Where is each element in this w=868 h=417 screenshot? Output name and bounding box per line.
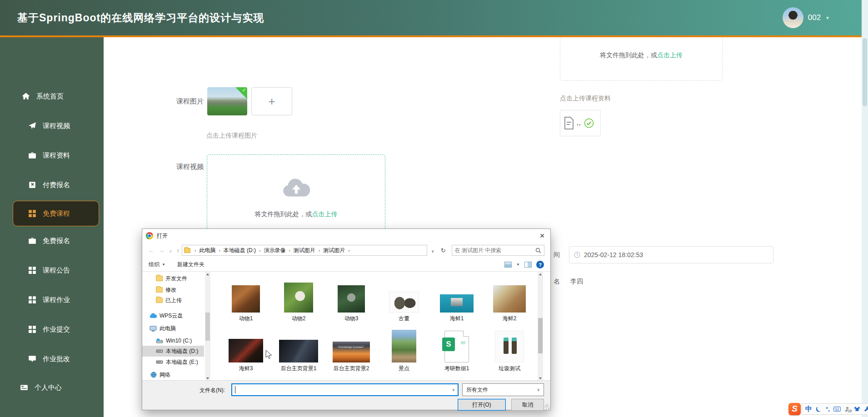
wrench-icon[interactable] bbox=[864, 406, 868, 412]
sidebar-item-free-course[interactable]: 免费课程 bbox=[28, 204, 70, 223]
sidebar-item-home[interactable]: 系统首页 bbox=[22, 87, 64, 105]
material-upload-link[interactable]: 点击上传 bbox=[657, 51, 683, 59]
search-input[interactable]: 在 测试图片 中搜索 bbox=[452, 245, 544, 256]
tree-scrollbar[interactable] bbox=[205, 272, 210, 381]
sidebar-item-course-notice[interactable]: 课程公告 bbox=[28, 261, 70, 279]
file-thumbnail bbox=[493, 285, 526, 313]
page-scrollbar[interactable] bbox=[862, 0, 868, 417]
file-item[interactable]: S 考研数据1 bbox=[431, 325, 482, 372]
sidebar-item-free-enroll[interactable]: 免费报名 bbox=[28, 232, 70, 250]
briefcase-icon bbox=[28, 237, 36, 245]
moon-icon[interactable] bbox=[816, 406, 822, 412]
file-item[interactable]: Knowledge is power 后台主页背景2 bbox=[326, 325, 377, 372]
datetime-input[interactable]: 2025-02-12 18:02:53 bbox=[569, 246, 773, 263]
file-item[interactable]: 动物1 bbox=[220, 277, 271, 323]
tree-item[interactable]: 本地磁盘 (E:) bbox=[142, 357, 204, 367]
chevron-separator-icon bbox=[347, 248, 351, 253]
home-icon bbox=[22, 92, 30, 100]
sidebar-item-homework-submit[interactable]: 作业提交 bbox=[28, 320, 70, 338]
breadcrumb-item[interactable]: 测试图片 bbox=[293, 247, 316, 254]
back-icon[interactable] bbox=[146, 247, 156, 254]
view-mode-icon[interactable] bbox=[504, 262, 512, 268]
scroll-up-icon[interactable] bbox=[205, 272, 210, 277]
sidebar-item-homework-review[interactable]: 作业批改 bbox=[28, 350, 70, 368]
new-folder-button[interactable]: 新建文件夹 bbox=[177, 261, 205, 268]
cancel-button[interactable]: 取消 bbox=[511, 399, 544, 411]
tree-item[interactable]: 修改 bbox=[142, 284, 204, 295]
filename-dropdown-icon[interactable] bbox=[452, 387, 455, 392]
uploaded-file-chip[interactable]: .. bbox=[560, 110, 601, 136]
file-item[interactable]: 动物2 bbox=[273, 277, 324, 323]
tshirt-icon[interactable] bbox=[854, 406, 860, 412]
keyboard-icon[interactable] bbox=[833, 407, 841, 412]
tree-item[interactable]: 此电脑 bbox=[142, 323, 204, 334]
close-icon[interactable] bbox=[534, 229, 550, 243]
preview-pane-icon[interactable] bbox=[524, 262, 532, 268]
breadcrumb-item[interactable]: 测试图片 bbox=[322, 247, 346, 254]
tree-item[interactable]: Win10 (C:) bbox=[142, 335, 204, 346]
name-label-partial: 名 bbox=[554, 278, 560, 286]
forward-icon[interactable] bbox=[156, 247, 167, 254]
course-image-thumbnail[interactable]: ✓ bbox=[207, 87, 247, 115]
view-mode-chevron-icon[interactable] bbox=[516, 263, 520, 267]
sidebar-item-course-homework[interactable]: 课程作业 bbox=[28, 291, 70, 309]
resize-grip[interactable] bbox=[545, 404, 549, 409]
file-item[interactable]: 垃圾测试 bbox=[484, 325, 535, 372]
avatar[interactable] bbox=[783, 7, 803, 28]
file-item[interactable]: 后台主页背景1 bbox=[273, 325, 324, 372]
sidebar-item-paid-enroll[interactable]: 付费报名 bbox=[28, 176, 70, 194]
chevron-down-icon[interactable]: ▼ bbox=[825, 15, 830, 20]
file-item[interactable]: 景点 bbox=[379, 325, 429, 372]
video-upload-link[interactable]: 点击上传 bbox=[312, 210, 338, 218]
dialog-titlebar[interactable]: 打开 bbox=[142, 229, 550, 243]
file-thumbnail bbox=[279, 340, 318, 362]
sidebar-item-label: 课程资料 bbox=[43, 151, 70, 160]
breadcrumb-item[interactable]: 演示录像 bbox=[263, 247, 286, 254]
refresh-icon[interactable] bbox=[439, 247, 448, 254]
add-image-button[interactable]: + bbox=[251, 87, 292, 115]
chevron-separator-icon bbox=[258, 248, 262, 253]
sidebar-item-profile[interactable]: 个人中心 bbox=[20, 378, 62, 397]
file-thumbnail bbox=[229, 339, 263, 362]
filetype-select[interactable]: 所有文件 bbox=[462, 383, 544, 396]
tree-item[interactable]: 网络 bbox=[142, 369, 204, 380]
file-item[interactable]: 古董 bbox=[379, 277, 429, 323]
address-dropdown-icon[interactable] bbox=[429, 247, 437, 254]
up-icon[interactable] bbox=[175, 247, 182, 254]
file-item[interactable]: 海鲜2 bbox=[484, 277, 535, 323]
cloud-icon bbox=[150, 313, 157, 318]
tree-scrollbar-thumb[interactable] bbox=[205, 313, 210, 341]
organize-menu[interactable]: 组织 bbox=[149, 261, 165, 268]
breadcrumb[interactable]: 此电脑 本地磁盘 (D:) 演示录像 测试图片 测试图片 bbox=[182, 245, 427, 256]
scroll-up-icon[interactable] bbox=[538, 272, 543, 277]
network-icon bbox=[150, 372, 157, 378]
ime-language-indicator[interactable]: 中 bbox=[805, 405, 812, 413]
breadcrumb-item[interactable]: 本地磁盘 (D:) bbox=[223, 247, 257, 254]
file-item[interactable]: 海鲜3 bbox=[220, 325, 271, 372]
tree-item[interactable]: 开发文件 bbox=[142, 273, 204, 284]
open-button[interactable]: 打开(O) bbox=[458, 399, 506, 411]
breadcrumb-item[interactable]: 此电脑 bbox=[198, 247, 216, 254]
sidebar-item-course-video[interactable]: 课程视频 bbox=[28, 117, 70, 135]
tree-item[interactable]: 已上传 bbox=[142, 295, 204, 306]
sogou-logo-icon[interactable]: S bbox=[788, 403, 801, 415]
ime-punctuation-indicator[interactable]: °, bbox=[826, 406, 830, 412]
folder-icon bbox=[156, 298, 163, 303]
help-icon[interactable] bbox=[536, 261, 544, 268]
tree-item-selected[interactable]: 本地磁盘 (D:) bbox=[142, 346, 204, 357]
sidebar-item-course-material[interactable]: 课程资料 bbox=[28, 146, 70, 164]
filename-input[interactable] bbox=[231, 383, 459, 396]
page-scrollbar-thumb[interactable] bbox=[863, 38, 867, 106]
history-chevron-icon[interactable] bbox=[167, 247, 175, 254]
file-grid-scrollbar[interactable] bbox=[538, 272, 543, 381]
user-icon[interactable]: 19 bbox=[844, 406, 850, 412]
course-image-hint: 点击上传课程图片 bbox=[206, 132, 257, 140]
tree-item[interactable]: WPS云盘 bbox=[142, 310, 204, 321]
time-label-partial: 间 bbox=[554, 251, 560, 259]
file-grid-scrollbar-thumb[interactable] bbox=[538, 318, 543, 353]
file-thumbnail bbox=[440, 294, 474, 313]
file-item[interactable]: 动物3 bbox=[326, 277, 377, 323]
ime-items: 中 °, 19 bbox=[802, 403, 868, 415]
file-item[interactable]: 海鲜1 bbox=[431, 277, 482, 323]
user-menu[interactable]: 002 ▼ bbox=[783, 0, 830, 35]
